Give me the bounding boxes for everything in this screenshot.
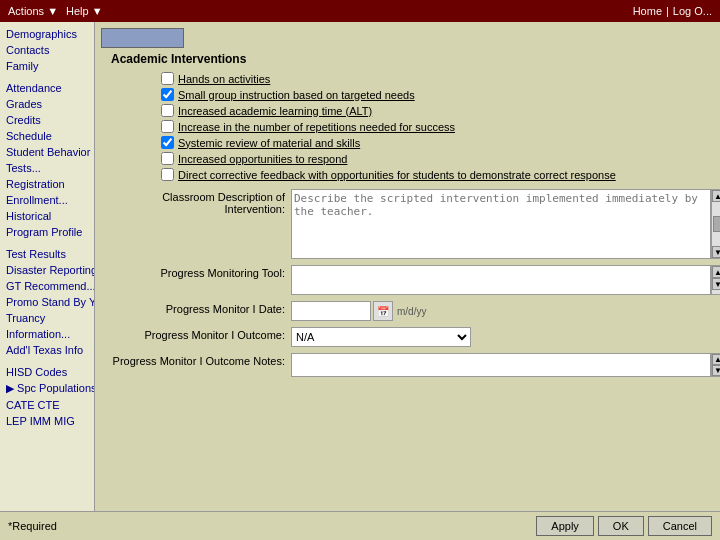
actions-menu[interactable]: Actions ▼ <box>8 5 58 17</box>
progress-monitor-date-label: Progress Monitor I Date: <box>111 301 291 315</box>
top-bar-left: Actions ▼ Help ▼ <box>8 5 103 17</box>
sidebar-item-cate-cte[interactable]: CATE CTE <box>0 397 94 413</box>
sidebar-item-enrollment[interactable]: Enrollment... <box>0 192 94 208</box>
sidebar-item-gt-recommend[interactable]: GT Recommend... <box>0 278 94 294</box>
progress-monitor-outcome-select[interactable]: N/A Met Goal Not Met <box>291 327 471 347</box>
progress-monitor-outcome-row: Progress Monitor I Outcome: N/A Met Goal… <box>101 327 714 347</box>
checkboxes-area: Hands on activities Small group instruct… <box>161 72 714 181</box>
sidebar-item-tests[interactable]: Tests... <box>0 160 94 176</box>
checkbox-label-increased-opportunities: Increased opportunities to respond <box>178 153 347 165</box>
date-format-hint: m/d/yy <box>397 306 426 317</box>
checkbox-label-increased-academic: Increased academic learning time (ALT) <box>178 105 372 117</box>
sidebar-item-hisd-codes[interactable]: HISD Codes <box>0 364 94 380</box>
progress-tool-scroll-up[interactable]: ▲ <box>712 266 720 278</box>
sidebar: Demographics Contacts Family Attendance … <box>0 22 95 511</box>
tab-active[interactable] <box>101 28 184 48</box>
sidebar-item-information[interactable]: Information... <box>0 326 94 342</box>
sidebar-item-student-behavior[interactable]: Student Behavior <box>0 144 94 160</box>
sidebar-item-test-results[interactable]: Test Results <box>0 246 94 262</box>
progress-tool-scroll-down[interactable]: ▼ <box>712 278 720 290</box>
progress-monitor-notes-label: Progress Monitor I Outcome Notes: <box>111 353 291 367</box>
textarea-scrollbar[interactable]: ▲ ▼ <box>711 189 720 259</box>
cancel-button[interactable]: Cancel <box>648 516 712 536</box>
bottom-buttons: Apply OK Cancel <box>536 516 712 536</box>
checkbox-increased-academic[interactable] <box>161 104 174 117</box>
tab-bar <box>101 28 714 48</box>
classroom-desc-scroll-container: ▲ ▼ <box>291 189 720 259</box>
checkbox-increased-opportunities[interactable] <box>161 152 174 165</box>
sidebar-item-registration[interactable]: Registration <box>0 176 94 192</box>
checkbox-label-hands-on: Hands on activities <box>178 73 270 85</box>
sidebar-item-grades[interactable]: Grades <box>0 96 94 112</box>
sidebar-item-truancy[interactable]: Truancy <box>0 310 94 326</box>
list-item: Increased academic learning time (ALT) <box>161 104 714 117</box>
top-bar-right: Home | Log O... <box>633 5 712 17</box>
sidebar-item-historical[interactable]: Historical <box>0 208 94 224</box>
scroll-up-btn[interactable]: ▲ <box>712 190 720 202</box>
checkbox-label-systemic-review: Systemic review of material and skills <box>178 137 360 149</box>
list-item: Hands on activities <box>161 72 714 85</box>
progress-monitoring-tool-input[interactable] <box>291 265 711 295</box>
checkbox-small-group[interactable] <box>161 88 174 101</box>
sidebar-item-contacts[interactable]: Contacts <box>0 42 94 58</box>
sidebar-item-family[interactable]: Family <box>0 58 94 74</box>
sidebar-item-disaster-reporting[interactable]: Disaster Reporting... <box>0 262 94 278</box>
progress-monitor-notes-input[interactable] <box>291 353 711 377</box>
checkbox-increase-repetitions[interactable] <box>161 120 174 133</box>
notes-scroll-container: ▲ ▼ <box>291 353 720 377</box>
checkbox-direct-corrective[interactable] <box>161 168 174 181</box>
classroom-desc-label: Classroom Description of Intervention: <box>111 189 291 215</box>
ok-button[interactable]: OK <box>598 516 644 536</box>
progress-monitor-date-input-area: 📅 m/d/yy <box>291 301 714 321</box>
scroll-thumb[interactable] <box>713 216 720 232</box>
list-item: Small group instruction based on targete… <box>161 88 714 101</box>
classroom-desc-row: Classroom Description of Intervention: ▲… <box>101 189 714 259</box>
checkbox-label-direct-corrective: Direct corrective feedback with opportun… <box>178 169 616 181</box>
notes-scroll-up[interactable]: ▲ <box>712 354 720 365</box>
progress-monitor-outcome-input-area: N/A Met Goal Not Met <box>291 327 714 347</box>
content-area: Academic Interventions Hands on activiti… <box>95 22 720 511</box>
help-menu[interactable]: Help ▼ <box>66 5 103 17</box>
apply-button[interactable]: Apply <box>536 516 594 536</box>
progress-monitoring-tool-label: Progress Monitoring Tool: <box>111 265 291 279</box>
progress-tool-scroll-container: ▲ ▼ <box>291 265 720 295</box>
main-layout: Demographics Contacts Family Attendance … <box>0 22 720 511</box>
bottom-bar: *Required Apply OK Cancel <box>0 511 720 540</box>
sidebar-item-program-profile[interactable]: Program Profile <box>0 224 94 240</box>
checkbox-label-small-group: Small group instruction based on targete… <box>178 89 415 101</box>
notes-scroll-down[interactable]: ▼ <box>712 365 720 376</box>
classroom-desc-textarea[interactable] <box>291 189 711 259</box>
progress-monitor-outcome-label: Progress Monitor I Outcome: <box>111 327 291 341</box>
classroom-desc-input-area: ▲ ▼ <box>291 189 720 259</box>
scroll-down-btn[interactable]: ▼ <box>712 246 720 258</box>
sidebar-item-lep-imm-mig[interactable]: LEP IMM MIG <box>0 413 94 429</box>
required-note: *Required <box>8 520 57 532</box>
progress-tool-scrollbar[interactable]: ▲ ▼ <box>711 265 720 295</box>
progress-monitoring-tool-row: Progress Monitoring Tool: ▲ ▼ <box>101 265 714 295</box>
sidebar-item-promo-stand-by-year[interactable]: Promo Stand By Year... <box>0 294 94 310</box>
top-bar: Actions ▼ Help ▼ Home | Log O... <box>0 0 720 22</box>
progress-monitor-date-input[interactable] <box>291 301 371 321</box>
list-item: Increased opportunities to respond <box>161 152 714 165</box>
notes-scrollbar[interactable]: ▲ ▼ <box>711 353 720 377</box>
checkbox-hands-on[interactable] <box>161 72 174 85</box>
sidebar-item-credits[interactable]: Credits <box>0 112 94 128</box>
sidebar-item-schedule[interactable]: Schedule <box>0 128 94 144</box>
sidebar-item-demographics[interactable]: Demographics <box>0 26 94 42</box>
calendar-icon[interactable]: 📅 <box>373 301 393 321</box>
progress-monitor-notes-row: Progress Monitor I Outcome Notes: ▲ ▼ <box>101 353 714 377</box>
checkbox-label-increase-repetitions: Increase in the number of repetitions ne… <box>178 121 455 133</box>
sidebar-item-spc-populations[interactable]: ▶ Spc Populations <box>0 380 94 397</box>
sidebar-item-attendance[interactable]: Attendance <box>0 80 94 96</box>
logout-link[interactable]: Log O... <box>673 5 712 17</box>
section-title: Academic Interventions <box>101 52 714 66</box>
sidebar-item-addl-texas-info[interactable]: Add'l Texas Info <box>0 342 94 358</box>
progress-monitor-date-row: Progress Monitor I Date: 📅 m/d/yy <box>101 301 714 321</box>
list-item: Systemic review of material and skills <box>161 136 714 149</box>
home-link[interactable]: Home <box>633 5 662 17</box>
progress-monitoring-tool-input-area: ▲ ▼ <box>291 265 720 295</box>
list-item: Increase in the number of repetitions ne… <box>161 120 714 133</box>
progress-monitor-notes-input-area: ▲ ▼ <box>291 353 720 377</box>
checkbox-systemic-review[interactable] <box>161 136 174 149</box>
list-item: Direct corrective feedback with opportun… <box>161 168 714 181</box>
